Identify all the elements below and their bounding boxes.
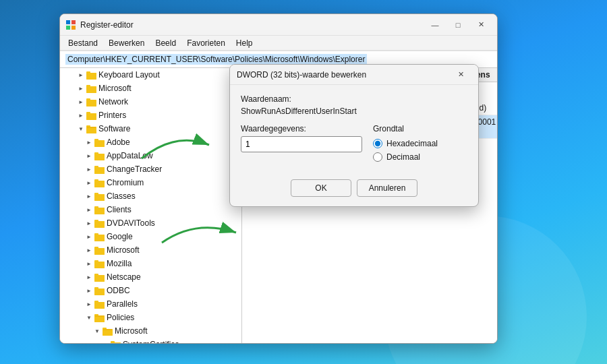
hex-radio[interactable]	[373, 139, 382, 148]
svg-rect-55	[94, 287, 98, 290]
tree-panel: ► Keyboard Layout ► Microsoft ► Network …	[60, 68, 242, 343]
svg-rect-34	[94, 193, 98, 195]
chevron-icon: ►	[84, 164, 94, 174]
tree-label: Microsoft	[115, 326, 148, 336]
data-input[interactable]	[241, 136, 362, 152]
chevron-icon: ►	[84, 286, 94, 295]
tree-item-classes[interactable]: ► Classes	[60, 189, 241, 203]
tree-item-changetracker[interactable]: ► ChangeTracker	[60, 162, 241, 176]
tree-label: Software	[98, 124, 130, 133]
tree-label: ChangeTracker	[107, 164, 162, 174]
chevron-icon: ►	[84, 178, 94, 187]
chevron-icon: ▼	[76, 124, 86, 133]
chevron-icon: ►	[84, 245, 94, 255]
tree-item-systemcertifica[interactable]: ► SystemCertifica	[60, 338, 241, 343]
cancel-button[interactable]: Annuleren	[357, 179, 417, 197]
chevron-icon: ►	[76, 70, 86, 80]
menu-bestand[interactable]: Bestand	[63, 37, 103, 49]
menu-bar: Bestand Bewerken Beeld Favorieten Help	[60, 36, 497, 51]
folder-icon	[94, 150, 105, 161]
tree-item-parallels[interactable]: ► Parallels	[60, 297, 241, 311]
folder-icon	[86, 123, 96, 134]
tree-label: Policies	[107, 313, 134, 322]
chevron-icon: ▼	[92, 326, 102, 336]
window-controls: — □ ✕	[424, 17, 492, 33]
tree-item-printers[interactable]: ► Printers	[60, 109, 241, 122]
regedit-icon	[65, 20, 76, 30]
chevron-icon: ►	[84, 151, 94, 160]
folder-icon	[94, 258, 105, 269]
dec-radio[interactable]	[373, 152, 382, 162]
menu-beeld[interactable]: Beeld	[150, 37, 181, 49]
menu-favorieten[interactable]: Favorieten	[181, 37, 231, 49]
chevron-icon: ►	[84, 205, 94, 214]
svg-rect-43	[94, 233, 98, 236]
tree-label: Keyboard Layout	[98, 70, 160, 80]
tree-item-policies[interactable]: ▼ Policies	[60, 311, 241, 324]
grondtal-title: Grondtal	[373, 124, 467, 133]
svg-rect-46	[94, 247, 98, 249]
svg-rect-9	[86, 85, 90, 88]
chevron-icon: ►	[84, 272, 94, 282]
tree-item-netscape[interactable]: ► Netscape	[60, 270, 241, 284]
menu-help[interactable]: Help	[231, 37, 258, 49]
chevron-icon: ►	[76, 84, 86, 93]
tree-label: Netscape	[107, 272, 141, 282]
tree-label: Microsoft	[107, 245, 140, 255]
dword-dialog: DWORD (32 bits)-waarde bewerken ✕ Waarde…	[229, 64, 479, 207]
data-label: Waardegegevens:	[241, 124, 362, 133]
maximize-button[interactable]: □	[447, 17, 469, 33]
tree-item-odbc[interactable]: ► ODBC	[60, 284, 241, 297]
dialog-two-col: Waardegegevens: Grondtal Hexadecimaal De…	[241, 124, 467, 166]
svg-rect-1	[71, 20, 76, 24]
tree-item-clients[interactable]: ► Clients	[60, 203, 241, 216]
svg-rect-52	[94, 274, 98, 276]
dialog-footer: OK Annuleren	[230, 174, 478, 206]
tree-label: SystemCertifica	[123, 340, 179, 343]
svg-rect-58	[94, 301, 98, 303]
svg-rect-28	[94, 166, 98, 169]
svg-rect-0	[66, 20, 70, 24]
tree-label: Printers	[98, 111, 126, 120]
menu-bewerken[interactable]: Bewerken	[103, 37, 150, 49]
tree-item-dvdavitools[interactable]: ► DVDAVITools	[60, 216, 241, 230]
tree-item-network[interactable]: ► Network	[60, 95, 241, 109]
svg-rect-40	[94, 220, 98, 222]
tree-item-microsoft[interactable]: ► Microsoft	[60, 82, 241, 95]
tree-item-keyboard-layout[interactable]: ► Keyboard Layout	[60, 68, 241, 82]
hex-label: Hexadecimaal	[386, 139, 438, 148]
tree-label: Network	[98, 97, 128, 107]
hex-radio-row: Hexadecimaal	[373, 139, 467, 148]
tree-item-microsoft[interactable]: ► Microsoft	[60, 243, 241, 257]
tree-item-google[interactable]: ► Google	[60, 230, 241, 243]
folder-icon	[94, 312, 105, 323]
svg-rect-49	[94, 260, 98, 263]
tree-label: ODBC	[107, 286, 130, 295]
folder-icon	[110, 339, 121, 343]
folder-icon	[94, 231, 105, 242]
tree-item-appdatalow[interactable]: ► AppDataLow	[60, 149, 241, 162]
tree-item-microsoft[interactable]: ▼ Microsoft	[60, 324, 241, 338]
tree-label: Classes	[107, 191, 136, 201]
tree-label: Parallels	[107, 299, 138, 309]
folder-icon	[94, 245, 105, 255]
dialog-close-button[interactable]: ✕	[450, 67, 471, 83]
tree-label: Google	[107, 232, 133, 241]
tree-label: Microsoft	[98, 84, 132, 93]
folder-icon	[102, 326, 113, 336]
minimize-button[interactable]: —	[424, 17, 446, 33]
ok-button[interactable]: OK	[291, 179, 351, 197]
close-button[interactable]: ✕	[470, 17, 492, 33]
folder-icon	[86, 110, 96, 121]
folder-icon	[86, 69, 96, 80]
tree-item-mozilla[interactable]: ► Mozilla	[60, 257, 241, 270]
name-value: ShowRunAsDifferentUserInStart	[241, 107, 467, 116]
folder-icon	[94, 204, 105, 215]
address-text: Computer\HKEY_CURRENT_USER\Software\Poli…	[65, 54, 367, 65]
tree-label: AppDataLow	[107, 151, 153, 160]
tree-item-software[interactable]: ▼ Software	[60, 122, 241, 135]
folder-icon	[94, 299, 105, 309]
tree-item-chromium[interactable]: ► Chromium	[60, 176, 241, 189]
chevron-icon: ▼	[84, 313, 94, 322]
tree-item-adobe[interactable]: ► Adobe	[60, 135, 241, 149]
